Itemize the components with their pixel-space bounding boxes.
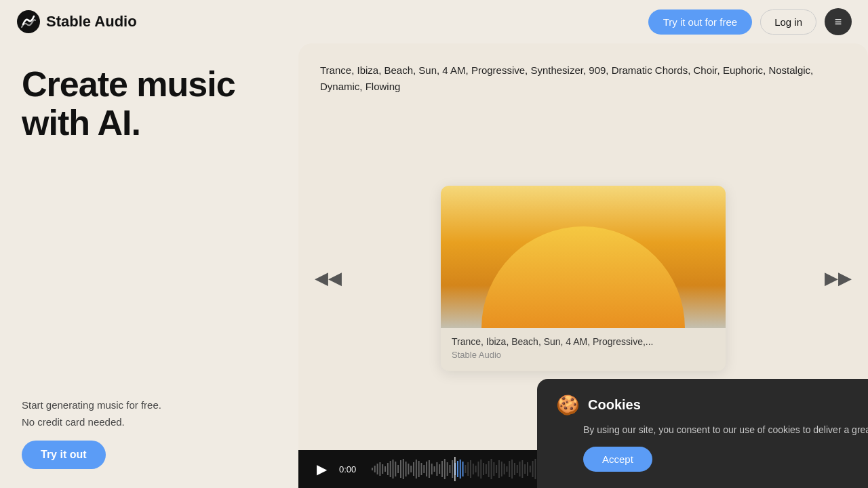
logo-icon <box>16 9 41 34</box>
svg-rect-22 <box>426 462 427 476</box>
svg-rect-64 <box>534 459 536 479</box>
svg-rect-38 <box>467 462 469 476</box>
svg-rect-20 <box>421 463 422 475</box>
album-info: Trance, Ibiza, Beach, Sun, 4 AM, Progres… <box>441 328 726 371</box>
svg-rect-25 <box>434 466 435 472</box>
svg-rect-34 <box>457 461 458 477</box>
album-art <box>441 186 726 328</box>
svg-rect-43 <box>480 460 481 479</box>
svg-rect-24 <box>431 464 433 474</box>
album-creator: Stable Audio <box>452 350 715 360</box>
svg-rect-39 <box>470 460 471 478</box>
cookie-title: Cookies <box>588 397 641 413</box>
main-content: Create music with AI. Start generating m… <box>0 43 868 488</box>
svg-rect-4 <box>379 462 380 476</box>
logo: Stable Audio <box>16 9 137 34</box>
nav-actions: Try it out for free Log in ≡ <box>648 8 852 35</box>
hero-subtitle: Start generating music for free. No cred… <box>22 398 277 430</box>
svg-rect-51 <box>501 462 502 476</box>
svg-rect-17 <box>413 462 414 476</box>
sun-graphic <box>481 226 685 328</box>
play-button[interactable]: ▶ <box>312 460 331 479</box>
cookie-icon: 🍪 <box>556 394 580 416</box>
svg-rect-32 <box>452 460 453 478</box>
svg-rect-176 <box>454 457 455 481</box>
svg-rect-61 <box>527 462 528 476</box>
svg-rect-45 <box>486 464 487 474</box>
svg-rect-12 <box>400 460 401 478</box>
svg-rect-35 <box>460 460 461 479</box>
svg-rect-52 <box>504 464 505 474</box>
svg-rect-3 <box>377 464 378 474</box>
svg-rect-14 <box>406 462 407 476</box>
forward-button[interactable]: ▶▶ <box>819 262 857 294</box>
svg-rect-29 <box>444 459 446 479</box>
svg-rect-9 <box>393 460 394 479</box>
svg-rect-15 <box>408 464 409 474</box>
forward-icon: ▶▶ <box>825 268 852 288</box>
svg-rect-2 <box>374 466 376 472</box>
svg-rect-7 <box>387 463 389 475</box>
svg-rect-31 <box>450 465 451 473</box>
svg-rect-42 <box>478 462 479 476</box>
svg-rect-30 <box>447 462 448 476</box>
cookie-accept-button[interactable]: Accept <box>583 447 652 472</box>
svg-rect-60 <box>524 464 526 474</box>
svg-rect-23 <box>429 460 430 478</box>
svg-rect-28 <box>441 461 443 477</box>
hero-title: Create music with AI. <box>22 65 277 142</box>
nav-try-free-button[interactable]: Try it out for free <box>648 9 752 35</box>
svg-rect-57 <box>517 465 518 473</box>
subtitle-line2: No credit card needed. <box>22 415 277 430</box>
svg-rect-41 <box>475 466 477 472</box>
track-tags: Trance, Ibiza, Beach, Sun, 4 AM, Progres… <box>298 62 868 106</box>
time-current: 0:00 <box>339 464 363 474</box>
svg-point-0 <box>17 10 40 33</box>
svg-rect-6 <box>384 466 386 472</box>
svg-rect-58 <box>519 462 521 476</box>
svg-rect-19 <box>418 461 420 477</box>
hero-try-it-button[interactable]: Try it out <box>22 441 106 469</box>
svg-rect-55 <box>511 460 513 479</box>
svg-rect-56 <box>514 463 515 475</box>
svg-rect-36 <box>462 462 464 476</box>
svg-rect-21 <box>423 465 425 473</box>
svg-rect-1 <box>372 468 373 470</box>
logo-text: Stable Audio <box>46 13 137 30</box>
svg-rect-40 <box>473 464 474 474</box>
svg-rect-54 <box>509 461 510 477</box>
svg-rect-16 <box>410 466 412 472</box>
rewind-button[interactable]: ◀◀ <box>309 262 347 294</box>
navbar: Stable Audio Try it out for free Log in … <box>0 0 868 43</box>
cookie-header: 🍪 Cookies <box>556 394 868 416</box>
right-panel: Trance, Ibiza, Beach, Sun, 4 AM, Progres… <box>298 43 868 488</box>
hamburger-icon: ≡ <box>835 15 842 29</box>
nav-login-button[interactable]: Log in <box>760 9 816 35</box>
hero-bottom: Start generating music for free. No cred… <box>22 398 277 469</box>
svg-rect-5 <box>382 464 383 474</box>
left-panel: Create music with AI. Start generating m… <box>0 43 298 488</box>
svg-rect-50 <box>498 460 500 478</box>
svg-rect-18 <box>416 460 417 479</box>
svg-rect-26 <box>436 462 437 476</box>
svg-rect-27 <box>439 464 440 474</box>
svg-rect-11 <box>397 465 399 473</box>
rewind-icon: ◀◀ <box>315 268 342 288</box>
svg-rect-8 <box>390 461 391 477</box>
svg-rect-47 <box>491 459 492 479</box>
svg-rect-44 <box>483 463 484 475</box>
svg-rect-48 <box>493 462 494 476</box>
svg-rect-62 <box>530 466 531 472</box>
svg-rect-49 <box>496 465 497 473</box>
album-title: Trance, Ibiza, Beach, Sun, 4 AM, Progres… <box>452 336 715 347</box>
svg-rect-63 <box>532 461 534 477</box>
subtitle-line1: Start generating music for free. <box>22 398 277 413</box>
svg-rect-59 <box>521 460 523 478</box>
cookie-text: By using our site, you consent to our us… <box>556 423 868 437</box>
album-card: Trance, Ibiza, Beach, Sun, 4 AM, Progres… <box>441 186 726 371</box>
svg-rect-37 <box>465 465 466 473</box>
svg-rect-13 <box>403 459 404 479</box>
nav-menu-button[interactable]: ≡ <box>825 8 852 35</box>
svg-rect-46 <box>488 461 490 477</box>
cookie-banner: 🍪 Cookies By using our site, you consent… <box>537 379 868 488</box>
